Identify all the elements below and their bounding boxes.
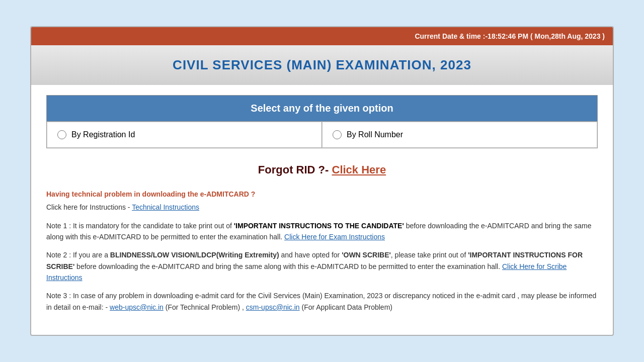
info-section: Having technical problem in downloading … — [46, 189, 598, 313]
note2-bold2: 'OWN SCRIBE' — [342, 251, 391, 259]
note1: Note 1 : It is mandatory for the candida… — [46, 220, 598, 243]
main-container: Current Date & time :-18:52:46 PM ( Mon,… — [30, 26, 614, 336]
option-registration-id[interactable]: By Registration Id — [47, 122, 322, 148]
option-registration-id-label: By Registration Id — [71, 130, 135, 139]
forgot-text: Forgot RID ?- — [258, 163, 332, 176]
selection-header: Select any of the given option — [47, 96, 597, 121]
radio-roll-number[interactable] — [333, 130, 342, 139]
exam-instructions-link[interactable]: Click Here for Exam Instructions — [284, 233, 385, 241]
csm-upsc-link[interactable]: csm-upsc@nic.in — [246, 303, 300, 311]
title-section: CIVIL SERVICES (MAIN) EXAMINATION, 2023 — [31, 45, 613, 85]
page-title: CIVIL SERVICES (MAIN) EXAMINATION, 2023 — [41, 57, 603, 73]
technical-instructions-link[interactable]: Technical Instructions — [132, 203, 199, 211]
note2: Note 2 : If you are a BLINDNESS/LOW VISI… — [46, 249, 598, 283]
datetime-text: Current Date & time :-18:52:46 PM ( Mon,… — [415, 32, 605, 40]
top-bar: Current Date & time :-18:52:46 PM ( Mon,… — [31, 27, 613, 45]
option-roll-number-label: By Roll Number — [347, 130, 403, 139]
technical-problem-sub: Click here for Instructions - Technical … — [46, 202, 598, 213]
forgot-link[interactable]: Click Here — [332, 163, 386, 176]
note2-bold1: BLINDNESS/LOW VISION/LDCP(Writing Extrem… — [110, 251, 279, 259]
forgot-section: Forgot RID ?- Click Here — [46, 163, 598, 176]
web-upsc-link[interactable]: web-upsc@nic.in — [110, 303, 164, 311]
option-roll-number[interactable]: By Roll Number — [322, 122, 597, 148]
note1-highlight: 'IMPORTANT INSTRUCTIONS TO THE CANDIDATE… — [234, 222, 404, 230]
radio-registration-id[interactable] — [57, 130, 66, 139]
selection-options: By Registration Id By Roll Number — [47, 121, 597, 148]
selection-box: Select any of the given option By Regist… — [46, 95, 598, 148]
note3: Note 3 : In case of any problem in downl… — [46, 290, 598, 313]
technical-problem-heading: Having technical problem in downloading … — [46, 189, 598, 200]
content-area: Select any of the given option By Regist… — [31, 85, 613, 335]
